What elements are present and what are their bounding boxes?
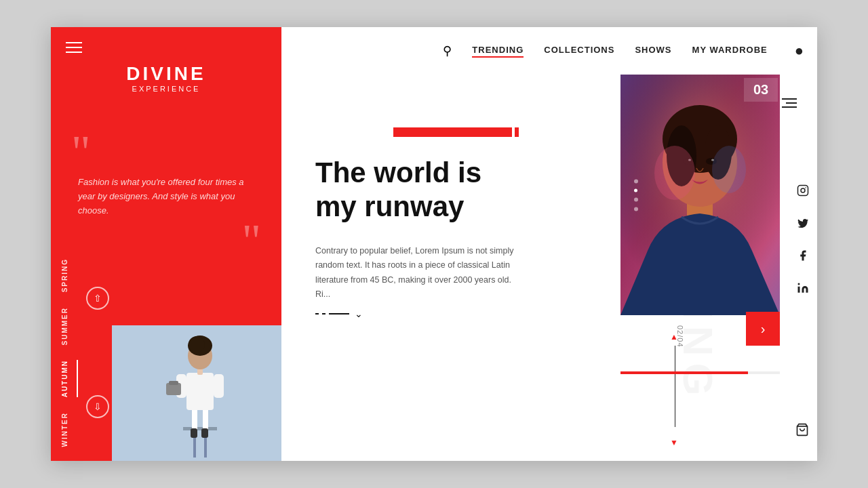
next-button[interactable]: › bbox=[746, 312, 780, 346]
slide-down-arrow[interactable]: ▼ bbox=[670, 438, 678, 447]
quote-open: " bbox=[71, 136, 261, 169]
seasons-nav: SPRING SUMMER AUTUMN WINTER bbox=[51, 244, 78, 461]
brand-logo: DIVINE EXPERIENCE bbox=[126, 64, 205, 93]
arrow-up[interactable]: ⇧ bbox=[86, 287, 109, 310]
brand-sub: EXPERIENCE bbox=[126, 85, 205, 93]
svg-rect-7 bbox=[201, 428, 208, 438]
facebook-icon[interactable] bbox=[795, 248, 810, 263]
image-dots bbox=[634, 179, 638, 211]
deco-bar-red bbox=[393, 127, 512, 137]
linkedin-icon[interactable] bbox=[795, 281, 810, 296]
model-figure bbox=[112, 325, 288, 461]
progress-bar bbox=[620, 371, 780, 374]
dot-1 bbox=[634, 179, 638, 183]
deco-bar-dot bbox=[515, 127, 519, 137]
page-wrapper: DIVINE EXPERIENCE " Fashion is what you'… bbox=[51, 27, 817, 461]
svg-point-32 bbox=[801, 188, 805, 192]
dot-long bbox=[329, 313, 349, 314]
brand-name: DIVINE bbox=[126, 64, 205, 83]
svg-point-34 bbox=[798, 283, 800, 285]
season-spring[interactable]: SPRING bbox=[51, 258, 78, 292]
quote-section: " Fashion is what you're offered four ti… bbox=[71, 136, 261, 258]
read-more-row[interactable]: ⌄ bbox=[315, 308, 363, 319]
hamburger-menu[interactable] bbox=[66, 42, 82, 53]
dot-4 bbox=[634, 207, 638, 211]
body-text: Contrary to popular belief, Lorem Ipsum … bbox=[315, 244, 519, 302]
slide-number: 03 bbox=[744, 78, 778, 102]
model-right bbox=[620, 75, 780, 315]
right-panel: ⚲ TRENDING COLLECTIONS SHOWS MY WARDROBE… bbox=[281, 27, 817, 461]
model-right-svg bbox=[620, 75, 780, 315]
main-heading: The world is my runway bbox=[315, 156, 519, 224]
svg-rect-4 bbox=[192, 407, 197, 430]
svg-point-16 bbox=[189, 336, 205, 352]
svg-rect-10 bbox=[214, 374, 224, 398]
svg-point-30 bbox=[712, 146, 746, 193]
svg-rect-5 bbox=[203, 407, 208, 430]
search-icon[interactable]: ⚲ bbox=[443, 43, 452, 58]
season-winter[interactable]: WINTER bbox=[51, 412, 78, 447]
dot-1 bbox=[315, 313, 319, 314]
twitter-icon[interactable] bbox=[795, 216, 810, 230]
left-panel: DIVINE EXPERIENCE " Fashion is what you'… bbox=[51, 27, 281, 461]
season-summer[interactable]: SUMMER bbox=[51, 307, 78, 345]
season-arrows: ⇧ ⇩ bbox=[86, 244, 109, 461]
season-spring-label: SPRING bbox=[61, 258, 68, 292]
season-autumn-label: AUTUMN bbox=[61, 360, 68, 397]
dot-2-active bbox=[634, 188, 637, 192]
instagram-icon[interactable] bbox=[795, 183, 810, 198]
thumbnail-image bbox=[112, 325, 288, 461]
svg-rect-8 bbox=[186, 373, 214, 410]
right-image-area: 03 bbox=[617, 27, 817, 393]
svg-rect-6 bbox=[191, 428, 197, 438]
social-icons bbox=[795, 183, 810, 296]
season-winter-label: WINTER bbox=[61, 412, 68, 447]
chevron-down-icon: ⌄ bbox=[355, 308, 363, 319]
season-summer-label: SUMMER bbox=[61, 307, 68, 345]
model-svg bbox=[112, 325, 288, 461]
read-dots bbox=[315, 313, 349, 314]
fashion-image bbox=[620, 75, 780, 315]
dot-2 bbox=[322, 313, 326, 314]
nav-link-trending[interactable]: TRENDING bbox=[472, 45, 524, 58]
svg-rect-31 bbox=[798, 186, 808, 196]
svg-point-29 bbox=[654, 146, 695, 200]
svg-point-33 bbox=[805, 187, 806, 188]
arrow-down[interactable]: ⇩ bbox=[86, 395, 109, 418]
nav-link-collections[interactable]: COLLECTIONS bbox=[544, 45, 614, 58]
cart-icon[interactable] bbox=[795, 422, 809, 441]
season-autumn[interactable]: AUTUMN bbox=[51, 360, 78, 397]
svg-rect-1 bbox=[183, 427, 217, 430]
progress-bar-fill bbox=[620, 371, 748, 374]
quote-text: Fashion is what you're offered four time… bbox=[71, 176, 261, 218]
deco-bar-white bbox=[281, 127, 393, 137]
svg-rect-12 bbox=[169, 381, 178, 385]
dot-3 bbox=[634, 197, 638, 201]
